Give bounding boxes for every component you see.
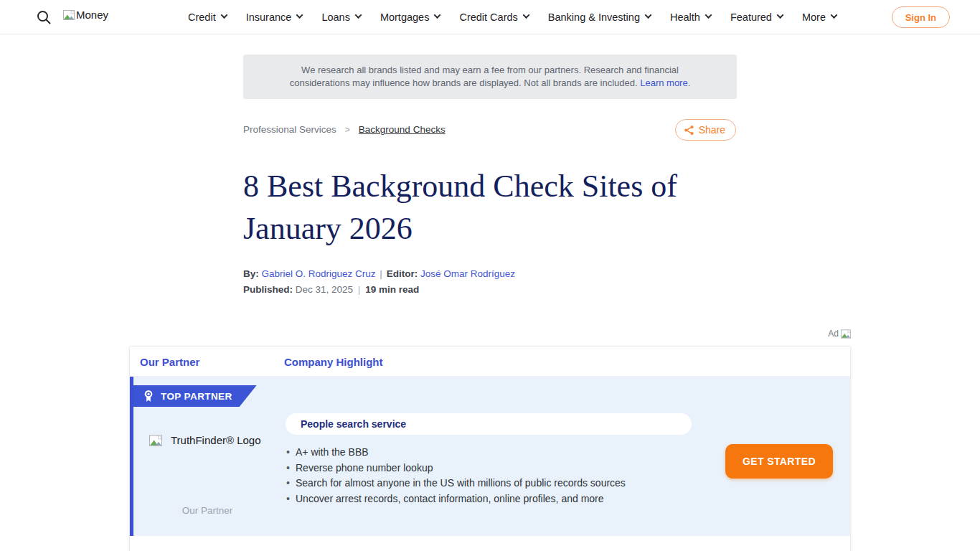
nav-item-mortgages[interactable]: Mortgages: [380, 11, 440, 23]
disclosure-text: We research all brands listed and may ea…: [290, 65, 679, 88]
breadcrumb-separator: >: [345, 125, 350, 135]
learn-more-link[interactable]: Learn more: [640, 77, 687, 88]
breadcrumb-parent[interactable]: Professional Services: [243, 124, 336, 135]
nav-item-health[interactable]: Health: [670, 11, 711, 23]
nav-item-credit[interactable]: Credit: [188, 11, 227, 23]
published-prefix: Published:: [243, 284, 293, 295]
award-ribbon-icon: [143, 390, 154, 402]
breadcrumb: Professional Services > Background Check…: [243, 124, 446, 135]
broken-image-icon: [841, 329, 851, 339]
sign-in-button[interactable]: Sign In: [892, 6, 950, 28]
feature-bullet: Uncover arrest records, contact informat…: [286, 494, 626, 504]
nav-item-insurance[interactable]: Insurance: [246, 11, 303, 23]
editor-link[interactable]: José Omar Rodríguez: [420, 268, 515, 279]
byline: By: Gabriel O. Rodriguez Cruz | Editor: …: [243, 268, 515, 279]
chevron-down-icon: [831, 11, 838, 19]
share-label: Share: [699, 124, 725, 136]
partner-card-header: Our Partner Company Highlight: [130, 347, 850, 377]
chevron-down-icon: [220, 11, 227, 19]
column-header-company-highlight: Company Highlight: [284, 356, 383, 368]
feature-bullet: A+ with the BBB: [286, 447, 626, 457]
byline-divider: |: [378, 268, 384, 279]
chevron-down-icon: [522, 11, 529, 19]
published-line: Published: Dec 31, 2025 | 19 min read: [243, 284, 419, 295]
partner-row-truthfinder: TOP PARTNER TruthFinder® Logo Our Partne…: [130, 377, 850, 536]
get-started-button[interactable]: GET STARTED: [725, 444, 833, 479]
feature-bullet-list: A+ with the BBB Reverse phone number loo…: [286, 447, 626, 509]
nav-item-loans[interactable]: Loans: [321, 11, 361, 23]
feature-bullet: Search for almost anyone in the US with …: [286, 478, 626, 488]
main-nav: Credit Insurance Loans Mortgages Credit …: [188, 0, 837, 34]
chevron-down-icon: [776, 11, 783, 19]
service-category-label: People search service: [301, 418, 406, 430]
top-nav-bar: Money Credit Insurance Loans Mortgages C…: [0, 0, 980, 34]
column-header-our-partner: Our Partner: [140, 356, 199, 368]
read-time: 19 min read: [365, 284, 419, 295]
top-partner-label: TOP PARTNER: [161, 391, 232, 402]
author-link[interactable]: Gabriel O. Rodriguez Cruz: [262, 268, 376, 279]
logo-alt-text: TruthFinder® Logo: [171, 434, 261, 446]
chevron-down-icon: [645, 11, 652, 19]
share-icon: [684, 125, 694, 136]
service-category-pill: People search service: [286, 413, 692, 435]
feature-bullet: Reverse phone number lookup: [286, 463, 626, 473]
ad-label: Ad: [828, 329, 839, 339]
share-button[interactable]: Share: [675, 119, 736, 141]
chevron-down-icon: [434, 11, 441, 19]
next-partner-row: [130, 536, 850, 551]
truthfinder-logo[interactable]: TruthFinder® Logo: [149, 434, 261, 446]
ad-label-row: Ad: [828, 329, 851, 339]
broken-image-icon: [149, 435, 162, 446]
nav-item-featured[interactable]: Featured: [730, 11, 783, 23]
logo-alt-text: Money: [76, 9, 108, 21]
nav-item-credit-cards[interactable]: Credit Cards: [459, 11, 528, 23]
chevron-down-icon: [296, 11, 303, 19]
chevron-down-icon: [354, 11, 362, 19]
nav-item-more[interactable]: More: [802, 11, 837, 23]
our-partner-caption: Our Partner: [136, 505, 279, 516]
page-title: 8 Best Background Check Sites of January…: [243, 165, 745, 250]
broken-image-icon: [63, 10, 75, 20]
search-icon[interactable]: [36, 9, 52, 25]
chevron-down-icon: [705, 11, 712, 19]
byline-prefix: By:: [243, 268, 259, 279]
top-partner-badge: TOP PARTNER: [133, 385, 257, 407]
page: Money Credit Insurance Loans Mortgages C…: [0, 0, 980, 551]
nav-item-banking-investing[interactable]: Banking & Investing: [548, 11, 651, 23]
breadcrumb-current[interactable]: Background Checks: [359, 124, 446, 135]
partner-comparison-card: Our Partner Company Highlight TOP PARTNE…: [129, 346, 851, 551]
advertiser-disclosure: We research all brands listed and may ea…: [243, 55, 737, 99]
published-divider: |: [356, 284, 363, 295]
published-date: Dec 31, 2025: [296, 284, 353, 295]
editor-prefix: Editor:: [387, 268, 418, 279]
money-logo[interactable]: Money: [63, 9, 108, 21]
